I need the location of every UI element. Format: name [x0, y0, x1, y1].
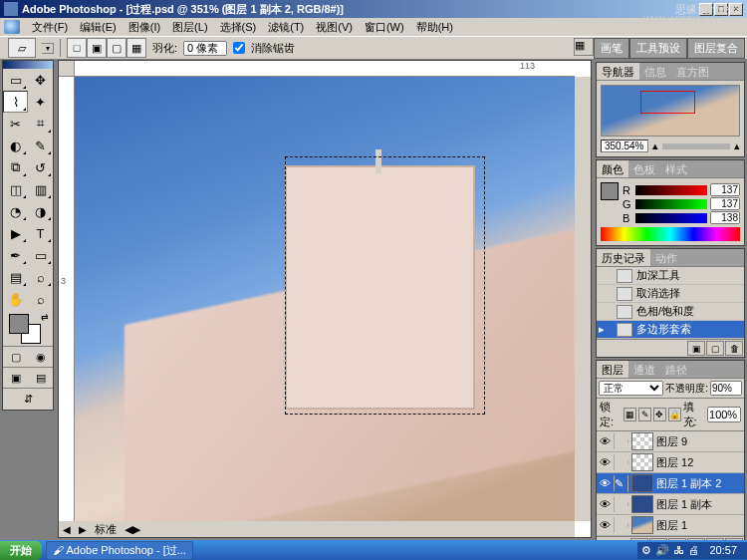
g-input[interactable] [710, 197, 740, 210]
eraser-tool[interactable]: ◫ [3, 178, 28, 200]
layer-thumbnail[interactable] [631, 516, 653, 534]
navigator-zoom-input[interactable]: 350.54% [601, 140, 648, 152]
photoshop-logo-icon[interactable] [4, 20, 20, 34]
taskbar-clock[interactable]: 20:57 [703, 544, 743, 556]
lock-position-icon[interactable]: ✥ [653, 408, 666, 421]
quickmask-mode-icon[interactable]: ◉ [28, 347, 53, 367]
slice-tool[interactable]: ⌗ [28, 113, 53, 135]
screen-standard-icon[interactable]: ▣ [3, 368, 28, 388]
ruler-origin[interactable] [59, 61, 75, 77]
tab-histogram[interactable]: 直方图 [671, 63, 714, 80]
layer-name[interactable]: 图层 9 [656, 434, 687, 449]
swap-colors-icon[interactable]: ⇄ [41, 312, 49, 322]
current-tool-slot[interactable]: ▱ [8, 38, 36, 58]
add-selection-icon[interactable]: ▣ [87, 38, 107, 58]
layer-row[interactable]: 👁图层 9 [597, 431, 744, 452]
tray-icon[interactable]: 🖧 [673, 544, 684, 556]
pen-tool[interactable]: ✒ [3, 244, 28, 266]
fill-input[interactable] [707, 407, 741, 422]
layer-thumbnail[interactable] [631, 474, 653, 492]
tab-navigator[interactable]: 导航器 [597, 63, 639, 80]
zoom-readout[interactable]: 标准 [91, 522, 121, 537]
well-tab-brushes[interactable]: 画笔 [594, 38, 629, 59]
zoom-tool[interactable]: ⌕ [28, 288, 53, 310]
gradient-tool[interactable]: ▥ [28, 178, 53, 200]
visibility-icon[interactable]: 👁 [597, 454, 615, 470]
dodge-tool[interactable]: ◑ [28, 200, 53, 222]
brush-tool[interactable]: ✎ [28, 135, 53, 156]
layer-name[interactable]: 图层 1 副本 2 [656, 476, 721, 491]
layer-name[interactable]: 图层 1 [656, 518, 687, 533]
history-item[interactable]: 取消选择 [597, 285, 744, 303]
color-ramp[interactable] [601, 227, 740, 241]
history-brush-tool[interactable]: ↺ [28, 156, 53, 178]
menu-select[interactable]: 选择(S) [214, 18, 263, 37]
well-tab-layer-comps[interactable]: 图层复合 [687, 38, 745, 59]
layer-thumbnail[interactable] [631, 453, 653, 471]
g-slider[interactable] [635, 199, 707, 209]
menu-window[interactable]: 窗口(W) [359, 18, 410, 37]
screen-full-menu-icon[interactable]: ▤ [28, 368, 53, 388]
menu-help[interactable]: 帮助(H) [410, 18, 459, 37]
vertical-scrollbar[interactable] [575, 77, 591, 521]
layer-thumbnail[interactable] [631, 495, 653, 513]
feather-input[interactable] [183, 41, 227, 56]
trash-icon[interactable]: 🗑 [725, 341, 743, 356]
ruler-horizontal[interactable]: 113 [75, 61, 575, 77]
layer-row[interactable]: 👁图层 1 副本 [597, 494, 744, 515]
opacity-input[interactable] [710, 381, 742, 396]
tab-layers[interactable]: 图层 [597, 361, 628, 378]
layer-name[interactable]: 图层 12 [656, 455, 693, 470]
navigator-zoom-slider[interactable] [662, 143, 730, 149]
lock-pixels-icon[interactable]: ✎ [638, 408, 651, 421]
zoom-out-icon[interactable]: ▴ [652, 140, 658, 152]
layer-thumbnail[interactable] [631, 432, 653, 450]
eyedropper-tool[interactable]: ⌕ [28, 266, 53, 288]
r-slider[interactable] [635, 185, 707, 195]
layer-name[interactable]: 图层 1 副本 [656, 497, 712, 512]
navigator-thumbnail[interactable] [601, 85, 740, 137]
new-document-icon[interactable]: ▢ [706, 341, 724, 356]
history-item[interactable]: ▸多边形套索 [597, 321, 744, 339]
system-tray[interactable]: ⚙ 🔊 🖧 🖨 20:57 [637, 542, 747, 559]
lock-all-icon[interactable]: 🔒 [668, 408, 681, 421]
ruler-vertical[interactable]: 3 [59, 77, 75, 521]
visibility-icon[interactable]: 👁 [597, 475, 615, 491]
layer-row[interactable]: 👁图层 1 [597, 515, 744, 536]
r-input[interactable] [710, 183, 740, 196]
new-snapshot-icon[interactable]: ▣ [687, 341, 705, 356]
lock-transparency-icon[interactable]: ▦ [623, 408, 636, 421]
b-slider[interactable] [635, 213, 707, 223]
start-button[interactable]: 开始 [0, 541, 42, 560]
notes-tool[interactable]: ▤ [3, 266, 28, 288]
jump-to-imageready-icon[interactable]: ⇵ [3, 388, 53, 410]
tab-info[interactable]: 信息 [639, 63, 671, 80]
intersect-selection-icon[interactable]: ▦ [126, 38, 146, 58]
canvas-viewport[interactable] [75, 77, 575, 521]
hand-tool[interactable]: ✋ [3, 288, 28, 310]
tab-channels[interactable]: 通道 [628, 361, 660, 378]
standard-mode-icon[interactable]: ▢ [3, 347, 28, 367]
layer-row[interactable]: 👁✎图层 1 副本 2 [597, 473, 744, 494]
file-browser-button[interactable]: ▦ [574, 38, 594, 56]
clone-stamp-tool[interactable]: ⧉ [3, 156, 28, 178]
blur-tool[interactable]: ◔ [3, 200, 28, 222]
move-tool[interactable]: ✥ [28, 69, 53, 91]
menu-layer[interactable]: 图层(L) [166, 18, 213, 37]
blend-mode-select[interactable]: 正常 [599, 381, 663, 396]
tab-styles[interactable]: 样式 [660, 160, 692, 177]
visibility-icon[interactable]: 👁 [597, 496, 615, 512]
tab-swatches[interactable]: 色板 [628, 160, 660, 177]
menu-image[interactable]: 图像(I) [123, 18, 166, 37]
tab-history[interactable]: 历史记录 [597, 249, 650, 266]
menu-file[interactable]: 文件(F) [26, 18, 74, 37]
taskbar-task[interactable]: 🖌 Adobe Photoshop - [过... [46, 541, 193, 560]
tab-actions[interactable]: 动作 [650, 249, 682, 266]
history-item[interactable]: 加深工具 [597, 267, 744, 285]
antialias-checkbox[interactable] [233, 42, 245, 54]
history-item[interactable]: 色相/饱和度 [597, 303, 744, 321]
layer-row[interactable]: 👁图层 12 [597, 452, 744, 473]
shape-tool[interactable]: ▭ [28, 244, 53, 266]
tool-preset-dropdown[interactable]: ▾ [42, 43, 54, 54]
type-tool[interactable]: T [28, 222, 53, 244]
